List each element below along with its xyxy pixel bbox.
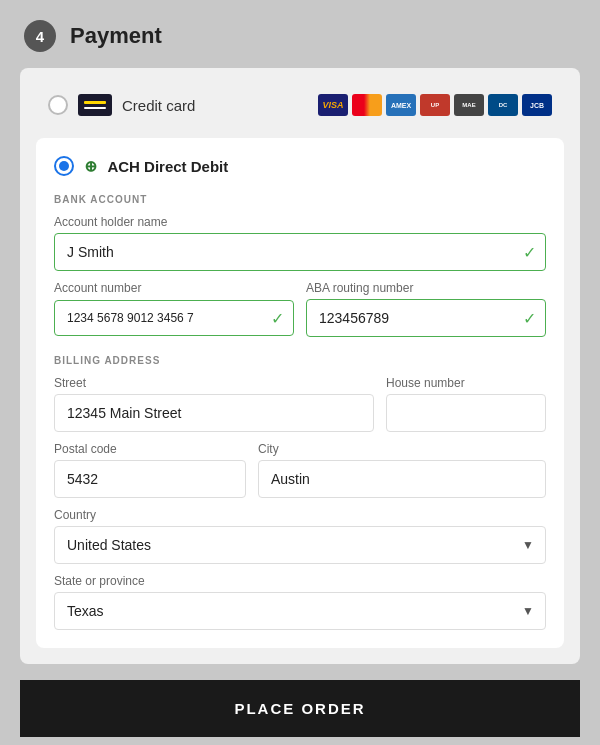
- visa-icon: VISA: [318, 94, 348, 116]
- ach-radio-dot: [59, 161, 69, 171]
- state-label: State or province: [54, 574, 546, 588]
- street-field: Street: [54, 376, 374, 432]
- city-wrapper: [258, 460, 546, 498]
- country-label: Country: [54, 508, 546, 522]
- postal-code-input[interactable]: [54, 460, 246, 498]
- step-badge: 4: [24, 20, 56, 52]
- street-wrapper: [54, 394, 374, 432]
- account-holder-valid-icon: ✓: [523, 243, 536, 262]
- ach-logo: ⊕: [84, 157, 97, 176]
- account-number-input[interactable]: [54, 300, 294, 336]
- state-select-wrapper: Texas California New York ▼: [54, 592, 546, 630]
- aba-routing-valid-icon: ✓: [523, 309, 536, 328]
- country-select[interactable]: United States Canada United Kingdom: [54, 526, 546, 564]
- account-holder-field: Account holder name ✓: [54, 215, 546, 271]
- state-field: State or province Texas California New Y…: [54, 574, 546, 630]
- page-title: Payment: [70, 23, 162, 49]
- mastercard-icon: ●●: [352, 94, 382, 116]
- amex-icon: AMEX: [386, 94, 416, 116]
- ach-header[interactable]: ⊕ ACH Direct Debit: [54, 156, 546, 176]
- unionpay-icon: UP: [420, 94, 450, 116]
- account-number-valid-icon: ✓: [271, 309, 284, 328]
- house-number-wrapper: [386, 394, 546, 432]
- street-input[interactable]: [54, 394, 374, 432]
- account-number-field: Account number ✓: [54, 281, 294, 337]
- maestro-icon: MAE: [454, 94, 484, 116]
- billing-address-section: BILLING ADDRESS Street House number: [54, 351, 546, 630]
- postal-city-row: Postal code City: [54, 442, 546, 498]
- account-holder-wrapper: ✓: [54, 233, 546, 271]
- house-number-label: House number: [386, 376, 546, 390]
- city-label: City: [258, 442, 546, 456]
- state-select[interactable]: Texas California New York: [54, 592, 546, 630]
- payment-header: 4 Payment: [20, 20, 580, 52]
- credit-card-option[interactable]: Credit card VISA ●● AMEX UP MAE DC JCB: [36, 84, 564, 126]
- house-number-input[interactable]: [386, 394, 546, 432]
- place-order-button[interactable]: PLACE ORDER: [20, 680, 580, 737]
- postal-code-label: Postal code: [54, 442, 246, 456]
- jcb-icon: JCB: [522, 94, 552, 116]
- country-field: Country United States Canada United King…: [54, 508, 546, 564]
- city-input[interactable]: [258, 460, 546, 498]
- country-select-wrapper: United States Canada United Kingdom ▼: [54, 526, 546, 564]
- payment-page: 4 Payment Credit card VISA ●● AMEX UP MA…: [20, 20, 580, 737]
- aba-routing-label: ABA routing number: [306, 281, 546, 295]
- ach-title: ACH Direct Debit: [107, 158, 228, 175]
- city-field: City: [258, 442, 546, 498]
- account-holder-label: Account holder name: [54, 215, 546, 229]
- account-number-wrapper: ✓: [54, 299, 294, 337]
- postal-code-wrapper: [54, 460, 246, 498]
- aba-routing-wrapper: ✓: [306, 299, 546, 337]
- credit-card-radio[interactable]: [48, 95, 68, 115]
- payment-card: Credit card VISA ●● AMEX UP MAE DC JCB ⊕: [20, 68, 580, 664]
- ach-radio[interactable]: [54, 156, 74, 176]
- street-row: Street House number: [54, 376, 546, 432]
- street-label: Street: [54, 376, 374, 390]
- account-number-label: Account number: [54, 281, 294, 295]
- ach-logo-icon: ⊕: [84, 157, 97, 176]
- account-numbers-row: Account number ✓ ABA routing number ✓: [54, 281, 546, 337]
- bank-account-section-label: BANK ACCOUNT: [54, 194, 546, 205]
- postal-code-field: Postal code: [54, 442, 246, 498]
- ach-section: ⊕ ACH Direct Debit BANK ACCOUNT Account …: [36, 138, 564, 648]
- house-number-field: House number: [386, 376, 546, 432]
- diners-icon: DC: [488, 94, 518, 116]
- card-brands: VISA ●● AMEX UP MAE DC JCB: [318, 94, 552, 116]
- aba-routing-input[interactable]: [306, 299, 546, 337]
- billing-address-section-label: BILLING ADDRESS: [54, 355, 546, 366]
- account-holder-input[interactable]: [54, 233, 546, 271]
- aba-routing-field: ABA routing number ✓: [306, 281, 546, 337]
- credit-card-label: Credit card: [122, 97, 195, 114]
- bank-account-section: BANK ACCOUNT Account holder name ✓ Accou…: [54, 190, 546, 337]
- card-icon: [78, 94, 112, 116]
